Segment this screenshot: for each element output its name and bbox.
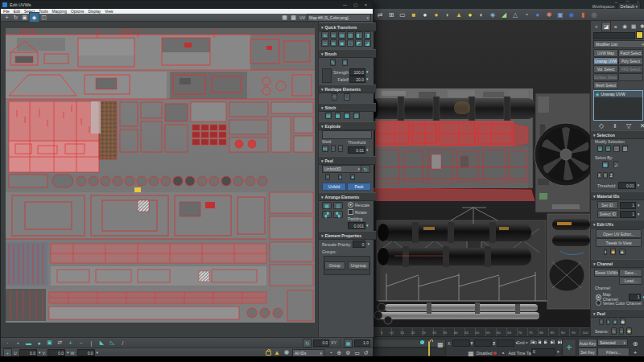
empty-slot-button[interactable]: [618, 73, 643, 81]
surface-select-button[interactable]: Surface Select: [593, 73, 618, 81]
uv-island-top-band[interactable]: [6, 28, 315, 70]
tweak-in-view-button[interactable]: Tweak In View: [596, 238, 642, 247]
spinner-arrows[interactable]: ▾: [67, 351, 69, 355]
rotate-tool-icon[interactable]: ↻: [11, 13, 20, 22]
align-tool-icon[interactable]: ⊞: [321, 31, 329, 39]
minimize-icon[interactable]: —: [340, 2, 350, 7]
toolbar-icon[interactable]: ●: [431, 10, 441, 19]
uv-selection-icon[interactable]: ▬: [24, 339, 33, 348]
modify-selection-icon[interactable]: ◫: [613, 145, 620, 152]
peel-reset-icon[interactable]: ↻: [361, 165, 370, 173]
stack-tool-icon[interactable]: ‖: [610, 121, 620, 130]
align-tool-icon[interactable]: ⊠: [330, 39, 338, 47]
falloff-field[interactable]: 20.0: [349, 76, 365, 83]
open-uv-editor-button[interactable]: Open UV Editor...: [596, 229, 642, 238]
poly-select-button[interactable]: Poly Select: [618, 57, 643, 65]
menu-item[interactable]: Mapping: [52, 10, 67, 14]
uv-island-second-band[interactable]: [6, 72, 315, 99]
group-button[interactable]: Group: [324, 261, 345, 269]
visibility-icon[interactable]: ◉: [596, 92, 599, 97]
arrange-elements-header[interactable]: ▾ Arrange Elements: [319, 192, 376, 201]
stack-tool-icon[interactable]: ◇: [597, 121, 606, 130]
toolbar-icon[interactable]: ■: [409, 10, 419, 19]
align-tool-icon[interactable]: ◩: [355, 39, 363, 47]
weld-tool-icon[interactable]: ∵: [338, 145, 343, 152]
uv-titlebar[interactable]: Edit UVWs — ▢ ×: [1, 1, 373, 9]
motion-tab[interactable]: ◉: [621, 23, 629, 31]
ungroup-button[interactable]: Ungroup: [348, 261, 369, 269]
brush-header[interactable]: ▾ Brush: [319, 49, 376, 58]
set-id-field[interactable]: 1: [620, 202, 636, 209]
menu-item[interactable]: Display: [89, 10, 101, 14]
strength-field[interactable]: 100.0: [349, 68, 365, 76]
stack-tool-icon[interactable]: ▽: [624, 121, 634, 130]
peel-method-dropdown[interactable]: Unfold3D ▾: [322, 165, 362, 173]
reshape-tool-icon[interactable]: ◡: [344, 93, 349, 101]
brush-tool-icon[interactable]: ✎: [330, 59, 336, 66]
uvw-map-button[interactable]: UVW Map: [593, 49, 618, 57]
mirror-tool-icon[interactable]: ◫: [39, 13, 48, 22]
toolbar-icon[interactable]: ◉: [567, 10, 576, 19]
subobject-mode-icon[interactable]: ◆: [610, 248, 616, 255]
uv-canvas[interactable]: [1, 22, 318, 337]
uv-space-toggle[interactable]: UV: [298, 13, 307, 22]
peel-tool-icon[interactable]: ◑: [338, 174, 343, 180]
patch-select-button[interactable]: Patch Select: [618, 49, 643, 57]
subobject-mode-icon[interactable]: ▲: [619, 249, 625, 255]
toolbar-icon[interactable]: ◈: [488, 10, 497, 19]
spinner-arrows[interactable]: ▾: [39, 351, 41, 355]
selection-set-dropdown[interactable]: Selected ▾: [597, 339, 628, 346]
align-tool-icon[interactable]: ⊟: [330, 31, 338, 39]
toolbar-icon[interactable]: ●: [465, 10, 475, 19]
brush-falloff-curve-icon[interactable]: [322, 68, 332, 83]
unfold-button[interactable]: Unfold: [322, 183, 346, 191]
channel-rollout-header[interactable]: ▾ Channel: [591, 259, 644, 268]
spinner-arrows[interactable]: ▾: [366, 77, 369, 81]
add-time-tag-label[interactable]: Add Time Tag: [508, 351, 532, 356]
material-id-filter-dropdown[interactable]: All IDs ▾: [292, 349, 324, 357]
texture-dropdown[interactable]: Map #8 (S_Color.png) ▾: [307, 14, 371, 22]
display-tab[interactable]: ▦: [630, 23, 638, 31]
peel-tool-icon[interactable]: ◔: [599, 319, 604, 325]
rotate-checkbox[interactable]: [348, 209, 353, 215]
arrange-tool-icon[interactable]: ▦: [322, 202, 332, 209]
maximize-icon[interactable]: ▢: [350, 2, 361, 7]
explode-header[interactable]: ▾ Explode: [319, 121, 376, 130]
stitch-tool-icon[interactable]: ▦: [335, 112, 341, 119]
angle-field[interactable]: 0.0: [313, 339, 329, 347]
uv-selection-icon[interactable]: ●: [35, 339, 43, 348]
axis-button[interactable]: Y: [603, 172, 607, 179]
peel-tool-icon[interactable]: ◉: [620, 318, 625, 325]
padding-field[interactable]: 0.001: [348, 222, 365, 229]
grid-size-field[interactable]: 1.0: [354, 339, 370, 347]
add-keys-button[interactable]: +: [562, 339, 576, 356]
y-field[interactable]: [474, 339, 492, 347]
modifier-stack[interactable]: ◉ Unwrap UVW: [593, 90, 643, 121]
rotate-snap-icon[interactable]: ↻: [303, 339, 312, 348]
hierarchy-tab[interactable]: ≡: [612, 23, 620, 31]
spinner-arrows[interactable]: ▾: [367, 242, 369, 246]
arrange-tool-icon[interactable]: ▞: [322, 211, 332, 218]
map-channel-radio[interactable]: [596, 294, 601, 300]
toolbar-icon[interactable]: ▭: [398, 10, 407, 19]
toolbar-icon[interactable]: ▣: [555, 10, 565, 19]
toolbar-icon[interactable]: ▮: [578, 10, 588, 19]
modify-selection-icon[interactable]: ▥: [622, 145, 629, 152]
weld-tool-icon[interactable]: ∴: [331, 145, 336, 152]
weld-tool-icon[interactable]: ⋈: [322, 145, 328, 152]
spinner-arrows[interactable]: ▾: [557, 350, 559, 354]
threshold-field[interactable]: 0.01: [618, 182, 636, 189]
unwrap-uvw-button[interactable]: Unwrap UVW: [593, 57, 618, 65]
wall-panel-model[interactable]: [370, 88, 535, 201]
edit-uvs-rollout-header[interactable]: ▾ Edit UVs: [591, 220, 644, 228]
rescale-option[interactable]: Rescale: [348, 202, 369, 208]
align-tool-icon[interactable]: ◧: [355, 31, 363, 39]
arrange-tool-icon[interactable]: ▚: [333, 211, 343, 218]
snap-toggle-icon[interactable]: ▦: [436, 339, 445, 349]
toolbar-icon[interactable]: ◗: [443, 10, 452, 19]
peel-tool-icon[interactable]: ◔: [325, 174, 330, 180]
spinner-arrows[interactable]: ▾: [97, 351, 99, 355]
uv-selection-icon[interactable]: ▣: [45, 339, 54, 348]
align-tool-icon[interactable]: ⊡: [321, 39, 329, 47]
rescale-priority-field[interactable]: 0: [353, 241, 365, 248]
